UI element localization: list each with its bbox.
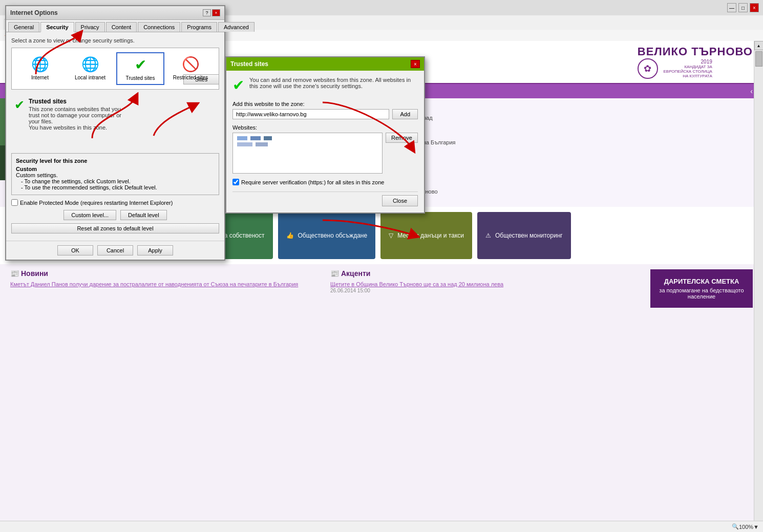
ts-checkbox-row: Require server verification (https:) for…: [232, 179, 418, 185]
protected-mode-label: Enable Protected Mode (requires restarti…: [20, 200, 173, 206]
list-color-3: [264, 136, 272, 140]
list-color-1: [237, 136, 247, 140]
trusted-sites-dialog: Trusted sites × ✔ You can add and remove…: [225, 56, 425, 214]
zone-intranet-name: Local intranet: [75, 75, 105, 80]
list-color-4: [237, 142, 252, 146]
tab-general[interactable]: General: [8, 22, 39, 32]
trusted-title: Trusted sites: [29, 98, 121, 105]
dialog-body: Select a zone to view or change security…: [6, 32, 224, 241]
list-color-2: [250, 136, 261, 140]
ts-close-footer-btn[interactable]: Close: [382, 195, 418, 206]
internet-options-dialog: Internet Options ? × General Security Pr…: [5, 5, 225, 261]
dialog-title: Internet Options: [10, 9, 58, 16]
apply-button[interactable]: Apply: [137, 245, 173, 256]
level-buttons: Custom level... Default level: [11, 210, 219, 220]
dialog-help-btn[interactable]: ?: [203, 9, 211, 16]
custom-level-button[interactable]: Custom level...: [63, 210, 116, 220]
reset-zones-button[interactable]: Reset all zones to default level: [11, 223, 219, 233]
tab-advanced[interactable]: Advanced: [218, 22, 255, 32]
trusted-desc: This zone contains websites that youtrus…: [29, 106, 121, 131]
ts-title: Trusted sites: [230, 60, 268, 68]
list-item: [235, 141, 380, 147]
ts-info-text: You can add and remove websites from thi…: [249, 77, 418, 89]
ts-websites-label: Websites:: [232, 124, 418, 131]
dialog-close-btn[interactable]: ×: [212, 9, 220, 16]
default-level-button[interactable]: Default level: [120, 210, 167, 220]
zone-internet-icon: 🌐: [31, 56, 49, 73]
ts-add-label: Add this website to the zone:: [232, 101, 418, 107]
zone-restricted-name: Restricted sites: [173, 75, 208, 80]
tab-programs[interactable]: Programs: [181, 22, 217, 32]
zone-instruction: Select a zone to view or change security…: [11, 37, 219, 44]
ts-close-btn[interactable]: ×: [411, 60, 420, 68]
ts-websites-area: Remove: [232, 133, 418, 174]
protected-mode-row: Enable Protected Mode (requires restarti…: [11, 199, 219, 206]
ts-add-row: Add: [232, 109, 418, 119]
zone-trusted-icon: ✔: [135, 56, 146, 73]
tab-security[interactable]: Security: [40, 22, 74, 32]
ts-url-input[interactable]: [232, 109, 389, 119]
dialog-footer: OK Cancel Apply: [6, 241, 224, 260]
zone-intranet-icon: 🌐: [81, 56, 99, 73]
security-custom-desc: Custom settings.: [16, 172, 215, 178]
ts-titlebar: Trusted sites ×: [226, 57, 424, 71]
ts-websites-list[interactable]: [232, 133, 383, 174]
cancel-button[interactable]: Cancel: [97, 245, 133, 256]
trusted-text: Trusted sites This zone contains website…: [29, 98, 121, 131]
zone-trusted-name: Trusted sites: [126, 75, 155, 81]
protected-mode-checkbox[interactable]: [11, 199, 18, 206]
ts-body: ✔ You can add and remove websites from t…: [226, 71, 424, 212]
list-color-5: [256, 142, 268, 146]
ts-https-checkbox[interactable]: [232, 179, 239, 185]
ts-add-button[interactable]: Add: [392, 109, 418, 119]
zone-internet[interactable]: 🌐 Internet: [16, 52, 64, 85]
tab-connections[interactable]: Connections: [138, 22, 180, 32]
tab-privacy[interactable]: Privacy: [75, 22, 105, 32]
dialog-controls: ? ×: [203, 9, 220, 16]
ts-footer: Close: [232, 191, 418, 206]
ts-https-label: Require server verification (https:) for…: [241, 179, 384, 185]
zones-grid: 🌐 Internet 🌐 Local intranet ✔ Trusted si…: [11, 48, 219, 90]
dialog-titlebar: Internet Options ? ×: [6, 6, 224, 20]
trusted-info: ✔ Trusted sites This zone contains websi…: [11, 95, 219, 134]
trusted-info-section: Sites ✔ Trusted sites This zone contains…: [11, 95, 219, 138]
trusted-checkmark-icon: ✔: [14, 98, 25, 112]
ts-checkmark-icon: ✔: [232, 77, 244, 94]
dialog-tabs: General Security Privacy Content Connect…: [6, 20, 224, 32]
security-custom-title: Custom: [16, 166, 215, 172]
zone-internet-name: Internet: [31, 75, 49, 80]
zone-trusted[interactable]: ✔ Trusted sites: [116, 52, 164, 85]
ts-info: ✔ You can add and remove websites from t…: [232, 77, 418, 94]
list-item: [235, 135, 380, 141]
security-custom-item-1: - To change the settings, click Custom l…: [21, 178, 215, 184]
zone-restricted[interactable]: 🚫 Restricted sites: [166, 52, 215, 85]
security-level-section: Security level for this zone Custom Cust…: [11, 153, 219, 195]
zone-restricted-icon: 🚫: [182, 56, 200, 73]
ts-remove-button[interactable]: Remove: [386, 133, 418, 143]
tab-content[interactable]: Content: [106, 22, 137, 32]
dialog-overlay: Internet Options ? × General Security Pr…: [0, 0, 763, 532]
security-level-title: Security level for this zone: [16, 158, 215, 164]
zone-intranet[interactable]: 🌐 Local intranet: [66, 52, 114, 85]
ok-button[interactable]: OK: [57, 245, 93, 256]
security-custom-item-2: - To use the recommended settings, click…: [21, 184, 215, 190]
